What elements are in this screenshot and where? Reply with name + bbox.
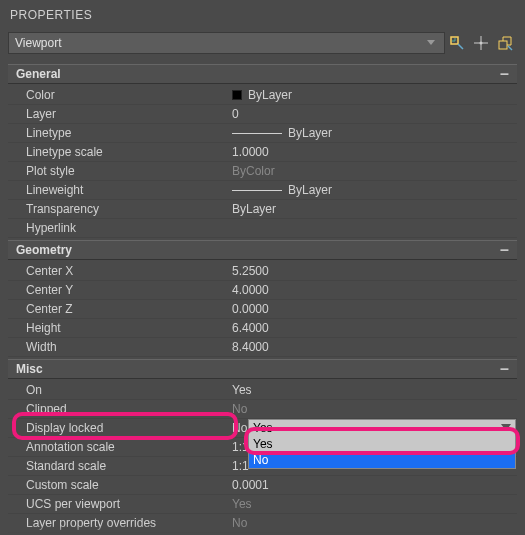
quick-select-icon[interactable] — [449, 35, 465, 51]
label-layer: Layer — [8, 107, 232, 121]
label-standard-scale: Standard scale — [8, 459, 232, 473]
label-hyperlink: Hyperlink — [8, 221, 232, 235]
collapse-icon: – — [500, 364, 509, 374]
label-custom-scale: Custom scale — [8, 478, 232, 492]
value-plot-style: ByColor — [232, 164, 517, 178]
value-center-y: 4.0000 — [232, 283, 517, 297]
dropdown-option-no[interactable]: No — [249, 452, 515, 468]
selector-row: Viewport — [4, 32, 521, 62]
value-layer: 0 — [232, 107, 517, 121]
label-annotation-scale: Annotation scale — [8, 440, 232, 454]
label-display-locked: Display locked — [8, 421, 232, 435]
dropdown-selected-text: Yes — [253, 421, 273, 435]
row-hyperlink[interactable]: Hyperlink — [8, 219, 517, 238]
label-clipped: Clipped — [8, 402, 232, 416]
object-type-value: Viewport — [15, 36, 61, 50]
value-linetype-text: ByLayer — [288, 126, 332, 140]
dropdown-option-yes[interactable]: Yes — [249, 436, 515, 452]
label-color: Color — [8, 88, 232, 102]
value-clipped: No — [232, 402, 517, 416]
section-header-general[interactable]: General – — [8, 64, 517, 84]
row-center-z[interactable]: Center Z 0.0000 — [8, 300, 517, 319]
svg-rect-2 — [499, 41, 507, 49]
color-swatch-icon — [232, 90, 242, 100]
row-width[interactable]: Width 8.4000 — [8, 338, 517, 357]
display-locked-dropdown[interactable]: Yes Yes No — [248, 419, 516, 469]
label-center-z: Center Z — [8, 302, 232, 316]
general-rows: Color ByLayer Layer 0 Linetype ByLayer L… — [4, 84, 521, 238]
lineweight-sample-icon — [232, 190, 282, 191]
properties-panel: PROPERTIES Viewport General – Color — [0, 0, 525, 535]
section-title: General — [16, 67, 61, 81]
value-height: 6.4000 — [232, 321, 517, 335]
row-ucs-per-viewport[interactable]: UCS per viewport Yes — [8, 495, 517, 514]
value-color: ByLayer — [232, 88, 517, 102]
collapse-icon: – — [500, 69, 509, 79]
value-linetype: ByLayer — [232, 126, 517, 140]
row-height[interactable]: Height 6.4000 — [8, 319, 517, 338]
chevron-down-icon — [501, 424, 511, 432]
chevron-down-icon — [424, 32, 438, 54]
value-width: 8.4000 — [232, 340, 517, 354]
section-header-misc[interactable]: Misc – — [8, 359, 517, 379]
value-display-locked-text: No — [232, 421, 247, 435]
toggle-pim-icon[interactable] — [497, 35, 513, 51]
row-center-x[interactable]: Center X 5.2500 — [8, 262, 517, 281]
value-lineweight-text: ByLayer — [288, 183, 332, 197]
svg-point-1 — [480, 42, 483, 45]
section-title: Geometry — [16, 243, 72, 257]
row-plot-style[interactable]: Plot style ByColor — [8, 162, 517, 181]
value-transparency: ByLayer — [232, 202, 517, 216]
value-on: Yes — [232, 383, 517, 397]
value-linetype-scale: 1.0000 — [232, 145, 517, 159]
collapse-icon: – — [500, 245, 509, 255]
label-on: On — [8, 383, 232, 397]
row-color[interactable]: Color ByLayer — [8, 86, 517, 105]
label-width: Width — [8, 340, 232, 354]
label-center-y: Center Y — [8, 283, 232, 297]
row-clipped[interactable]: Clipped No — [8, 400, 517, 419]
section-title: Misc — [16, 362, 43, 376]
row-linetype-scale[interactable]: Linetype scale 1.0000 — [8, 143, 517, 162]
label-plot-style: Plot style — [8, 164, 232, 178]
label-linetype-scale: Linetype scale — [8, 145, 232, 159]
panel-title: PROPERTIES — [4, 4, 521, 32]
value-center-x: 5.2500 — [232, 264, 517, 278]
row-on[interactable]: On Yes — [8, 381, 517, 400]
geometry-rows: Center X 5.2500 Center Y 4.0000 Center Z… — [4, 260, 521, 357]
row-center-y[interactable]: Center Y 4.0000 — [8, 281, 517, 300]
label-lineweight: Lineweight — [8, 183, 232, 197]
section-header-geometry[interactable]: Geometry – — [8, 240, 517, 260]
row-linetype[interactable]: Linetype ByLayer — [8, 124, 517, 143]
label-linetype: Linetype — [8, 126, 232, 140]
object-type-select[interactable]: Viewport — [8, 32, 445, 54]
value-color-text: ByLayer — [248, 88, 292, 102]
row-transparency[interactable]: Transparency ByLayer — [8, 200, 517, 219]
value-lineweight: ByLayer — [232, 183, 517, 197]
label-ucs-per-viewport: UCS per viewport — [8, 497, 232, 511]
row-lineweight[interactable]: Lineweight ByLayer — [8, 181, 517, 200]
fade-overlay — [0, 525, 525, 535]
linetype-sample-icon — [232, 133, 282, 134]
value-custom-scale: 0.0001 — [232, 478, 517, 492]
toolbar-icons — [449, 35, 517, 51]
label-center-x: Center X — [8, 264, 232, 278]
dropdown-selected[interactable]: Yes — [249, 420, 515, 436]
row-layer[interactable]: Layer 0 — [8, 105, 517, 124]
row-custom-scale[interactable]: Custom scale 0.0001 — [8, 476, 517, 495]
value-ucs-per-viewport: Yes — [232, 497, 517, 511]
label-height: Height — [8, 321, 232, 335]
label-transparency: Transparency — [8, 202, 232, 216]
value-center-z: 0.0000 — [232, 302, 517, 316]
crosshair-icon[interactable] — [473, 35, 489, 51]
